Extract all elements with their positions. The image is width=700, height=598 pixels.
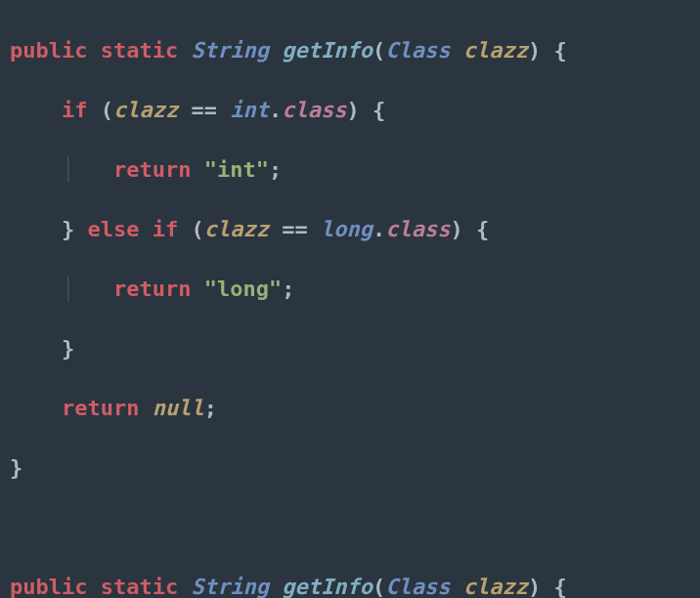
param-clazz: clazz [463,38,528,63]
code-line: } [10,453,690,484]
string-literal: "long" [204,277,282,301]
kw-else: else [87,217,139,241]
field-class: class [282,98,346,122]
blank-line [10,513,690,543]
kw-static: static [101,38,178,63]
method-name: getInfo [282,38,372,63]
code-block: public static String getInfo(Class clazz… [0,0,700,598]
op-eq: == [191,98,217,122]
code-line: public static String getInfo(Class clazz… [10,573,690,599]
kw-return: return [113,157,191,182]
null-literal: null [153,396,204,420]
string-literal: "int" [204,157,269,182]
code-line: } else if (clazz == long.class) { [10,215,690,245]
type-class: Class [385,38,450,63]
type-int: int [230,98,269,122]
code-line: │ return "int"; [10,155,690,186]
code-line: if (clazz == int.class) { [10,96,690,126]
code-line: } [10,334,690,364]
type-string: String [191,38,268,63]
code-line: public static String getInfo(Class clazz… [10,36,690,66]
kw-public: public [10,38,87,63]
type-long: long [321,217,372,241]
kw-if: if [62,98,88,122]
code-line: │ return "long"; [10,275,690,305]
code-line: return null; [10,394,690,424]
